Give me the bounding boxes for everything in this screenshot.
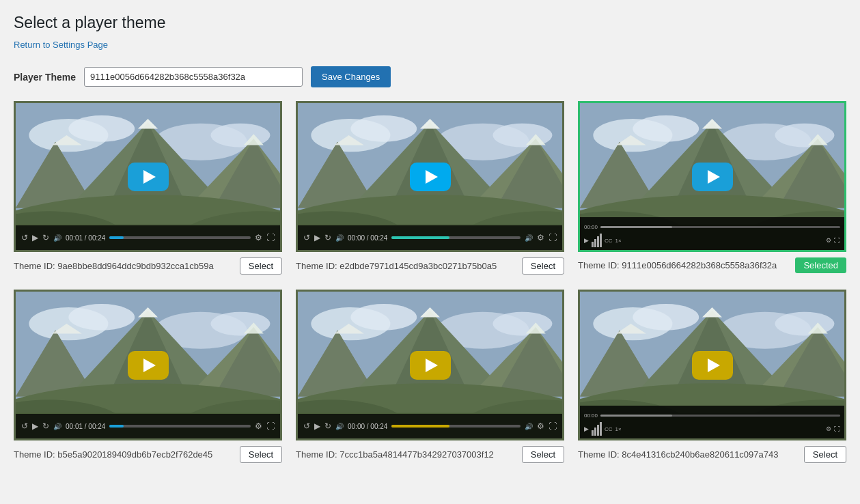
theme-preview-5: 00:00▶CC1×⚙⛶ [578, 290, 846, 440]
select-button-1[interactable]: Select [522, 257, 564, 275]
bar-segment-2 [597, 236, 599, 247]
svg-point-56 [68, 304, 135, 331]
mini-progress-2[interactable] [600, 226, 840, 228]
rewind-icon-4[interactable]: ↺ [303, 421, 310, 431]
play-icon-0 [143, 170, 156, 184]
theme-meta-2: Theme ID: 9111e0056d664282b368c5558a36f3… [578, 252, 846, 283]
bar-segment-5 [594, 428, 596, 436]
bar-segment-2 [594, 239, 596, 247]
fullscreen-icon-2[interactable]: ⛶ [834, 237, 840, 244]
ctrl-play-icon-5[interactable]: ▶ [584, 425, 589, 432]
bar-segment-2 [592, 242, 594, 247]
theme-card-4: ↺▶↻🔊00:00 / 00:24🔊⚙⛶Theme ID: 7ccc1ba5a4… [296, 290, 564, 473]
progress-bar-3[interactable] [109, 425, 251, 428]
save-changes-button[interactable]: Save Changes [311, 66, 391, 87]
theme-card-2: 00:00▶CC1×⚙⛶Theme ID: 9111e0056d664282b3… [578, 101, 846, 284]
ctrl-play-icon-0[interactable]: ▶ [32, 233, 38, 242]
forward-icon-3[interactable]: ↻ [42, 421, 49, 431]
play-button-1[interactable] [410, 163, 451, 191]
play-icon-5 [708, 359, 720, 372]
theme-id-text-1: Theme ID: e2dbde7971d145cd9a3bc0271b75b0… [296, 261, 515, 271]
return-link[interactable]: Return to Settings Page [14, 40, 108, 50]
time-display-4: 00:00 / 00:24 [348, 423, 387, 430]
bar-segment-5 [592, 430, 594, 436]
progress-fill-0 [109, 236, 124, 239]
rewind-icon-1[interactable]: ↺ [303, 233, 310, 242]
theme-meta-3: Theme ID: b5e5a9020189409db6b7ecb2f762de… [14, 440, 282, 473]
ctrl-play-icon-4[interactable]: ▶ [314, 421, 320, 431]
ctrl-play-icon-3[interactable]: ▶ [32, 421, 38, 431]
progress-fill-3 [109, 425, 124, 428]
theme-meta-0: Theme ID: 9ae8bbe8dd964ddc9bdb932cca1cb5… [14, 252, 282, 284]
play-button-2[interactable] [692, 163, 733, 191]
cc-icon-5[interactable]: CC [605, 426, 613, 432]
select-button-5[interactable]: Select [804, 446, 846, 463]
play-button-3[interactable] [128, 351, 169, 380]
svg-point-20 [350, 115, 417, 142]
fullscreen-icon-0[interactable]: ⛶ [266, 233, 275, 242]
progress-fill-1 [391, 236, 449, 239]
svg-point-2 [68, 115, 135, 142]
volume-icon-0[interactable]: 🔊 [53, 234, 61, 242]
settings-icon-3[interactable]: ⚙ [255, 421, 262, 431]
play-button-0[interactable] [128, 163, 169, 191]
rewind-icon-0[interactable]: ↺ [21, 233, 28, 242]
theme-id-text-3: Theme ID: b5e5a9020189409db6b7ecb2f762de… [14, 449, 233, 460]
fullscreen-icon-1[interactable]: ⛶ [549, 233, 557, 242]
fullscreen-icon-4[interactable]: ⛶ [549, 421, 557, 431]
speed-icon-2[interactable]: 1× [615, 238, 622, 244]
speed-icon-5[interactable]: 1× [615, 426, 622, 432]
forward-icon-0[interactable]: ↻ [42, 233, 49, 242]
ctrl-play-icon-2[interactable]: ▶ [584, 237, 589, 244]
play-icon-1 [426, 170, 438, 184]
forward-icon-1[interactable]: ↻ [324, 233, 331, 242]
volume-icon-4[interactable]: 🔊 [335, 423, 344, 430]
time-display-1: 00:00 / 00:24 [348, 234, 387, 242]
forward-icon-4[interactable]: ↻ [324, 421, 331, 431]
settings-icon-5[interactable]: ⚙ [826, 425, 831, 432]
time-display-3: 00:01 / 00:24 [66, 423, 105, 430]
bar-segment-5 [597, 425, 599, 436]
volume2-icon-4[interactable]: 🔊 [525, 423, 533, 430]
volume2-icon-1[interactable]: 🔊 [525, 234, 533, 242]
select-button-4[interactable]: Select [522, 446, 564, 463]
ctrl-play-icon-1[interactable]: ▶ [314, 233, 320, 242]
rewind-icon-3[interactable]: ↺ [21, 421, 28, 431]
theme-id-text-5: Theme ID: 8c4e41316cb240b6ae820611c097a7… [578, 449, 797, 460]
player-theme-input[interactable] [84, 67, 303, 87]
mini-progress-5[interactable] [600, 415, 840, 417]
bar-segment-5 [600, 422, 602, 436]
theme-card-5: 00:00▶CC1×⚙⛶Theme ID: 8c4e41316cb240b6ae… [578, 290, 846, 473]
select-button-0[interactable]: Select [240, 257, 282, 275]
quality-bars-icon-5[interactable] [592, 422, 602, 436]
theme-id-text-0: Theme ID: 9ae8bbe8dd964ddc9bdb932cca1cb5… [14, 261, 233, 271]
theme-preview-1: ↺▶↻🔊00:00 / 00:24🔊⚙⛶ [296, 101, 564, 252]
settings-icon-2[interactable]: ⚙ [826, 237, 831, 244]
fullscreen-icon-5[interactable]: ⛶ [834, 425, 840, 432]
progress-bar-1[interactable] [391, 236, 521, 239]
theme-id-text-4: Theme ID: 7ccc1ba5a4814477b342927037003f… [296, 449, 515, 460]
settings-icon-0[interactable]: ⚙ [255, 233, 262, 242]
fullscreen-icon-3[interactable]: ⛶ [266, 421, 275, 431]
theme-preview-0: ↺▶↻🔊00:01 / 00:24⚙⛶ [14, 101, 282, 252]
play-icon-2 [708, 170, 720, 184]
play-icon-4 [426, 359, 438, 372]
quality-bars-icon-2[interactable] [592, 234, 602, 247]
progress-bar-4[interactable] [391, 425, 521, 428]
volume-icon-3[interactable]: 🔊 [53, 423, 61, 430]
settings-icon-4[interactable]: ⚙ [537, 421, 544, 431]
time-display-5: 00:00 [584, 412, 598, 419]
theme-grid: ↺▶↻🔊00:01 / 00:24⚙⛶Theme ID: 9ae8bbe8dd9… [14, 101, 846, 478]
page-wrapper: Select a player theme Return to Settings… [0, 0, 860, 504]
page-title: Select a player theme [14, 14, 846, 32]
play-button-4[interactable] [410, 351, 451, 380]
settings-icon-1[interactable]: ⚙ [537, 233, 544, 242]
select-button-3[interactable]: Select [240, 446, 282, 463]
control-bar-0: ↺▶↻🔊00:01 / 00:24⚙⛶ [16, 225, 280, 250]
cc-icon-2[interactable]: CC [605, 238, 613, 244]
volume-icon-1[interactable]: 🔊 [335, 234, 344, 242]
control-bar-3: ↺▶↻🔊00:01 / 00:24⚙⛶ [16, 414, 280, 438]
theme-id-text-2: Theme ID: 9111e0056d664282b368c5558a36f3… [578, 260, 788, 270]
play-button-5[interactable] [692, 351, 733, 380]
progress-bar-0[interactable] [109, 236, 251, 239]
